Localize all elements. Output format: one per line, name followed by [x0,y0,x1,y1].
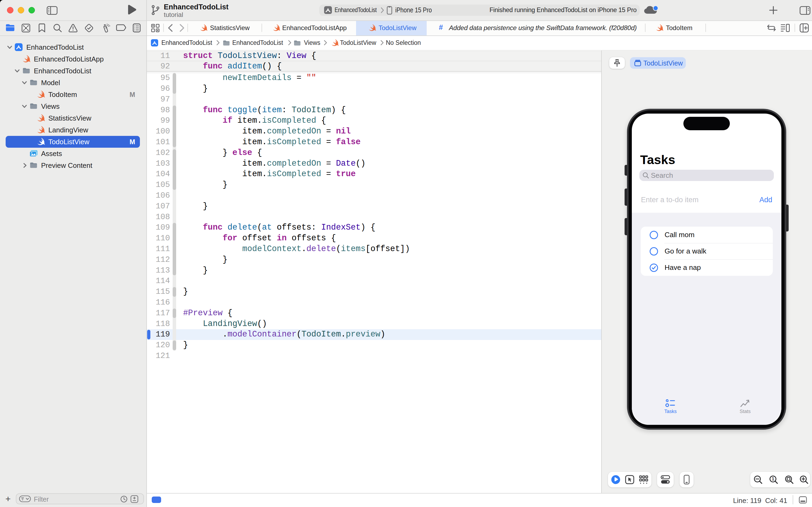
svg-text:1: 1 [772,477,774,481]
